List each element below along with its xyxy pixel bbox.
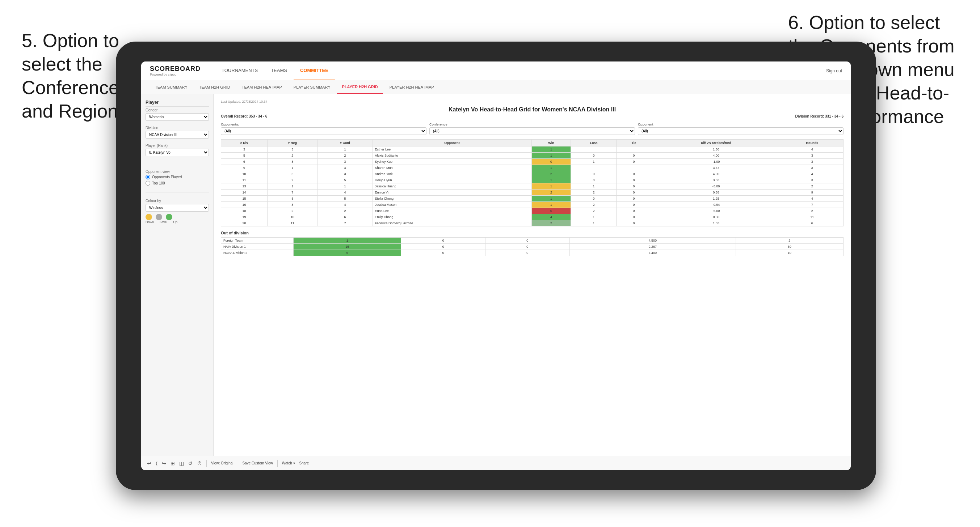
cell-win: 0 bbox=[531, 159, 571, 165]
toolbar-redo[interactable]: ↪ bbox=[162, 460, 166, 466]
radio-opponents-played[interactable]: Opponents Played bbox=[146, 175, 209, 179]
cell-tie: 0 bbox=[617, 220, 651, 226]
cell-loss bbox=[571, 165, 617, 171]
cell-div: 18 bbox=[221, 208, 267, 214]
toolbar-watch[interactable]: Watch ▾ bbox=[282, 461, 295, 465]
ood-cell-win: 5 bbox=[294, 250, 401, 256]
cell-diff: 1.25 bbox=[651, 196, 781, 202]
cell-loss: 0 bbox=[571, 177, 617, 183]
cell-win: 1 bbox=[531, 146, 571, 152]
col-header-win: Win bbox=[531, 140, 571, 146]
colour-label-down: Down bbox=[146, 220, 154, 224]
cell-rounds: 3 bbox=[781, 159, 843, 165]
cell-win: 4 bbox=[531, 214, 571, 220]
cell-conf: 5 bbox=[318, 196, 372, 202]
toolbar-save-custom[interactable]: Save Custom View bbox=[243, 461, 273, 465]
ood-cell-loss: 0 bbox=[401, 244, 485, 250]
toolbar-divider-1 bbox=[206, 460, 207, 467]
toolbar-undo[interactable]: ↩ bbox=[147, 460, 151, 466]
table-row: 10 6 3 Andrea York 2 0 0 4.00 4 bbox=[221, 171, 843, 177]
sub-nav-team-summary[interactable]: TEAM SUMMARY bbox=[150, 80, 192, 94]
col-header-conf: # Conf bbox=[318, 140, 372, 146]
table-row: 18 2 2 Euna Lee 0 2 0 -5.00 2 bbox=[221, 208, 843, 214]
cell-div: 19 bbox=[221, 214, 267, 220]
cell-reg: 2 bbox=[267, 152, 318, 159]
out-of-division-header: Out of division bbox=[221, 231, 843, 235]
conference-select[interactable]: (All) bbox=[430, 127, 635, 135]
nav-tournaments[interactable]: TOURNAMENTS bbox=[215, 62, 264, 80]
cell-div: 10 bbox=[221, 171, 267, 177]
cell-tie: 0 bbox=[617, 152, 651, 159]
radio-top-100[interactable]: Top 100 bbox=[146, 181, 209, 186]
cell-tie: 0 bbox=[617, 189, 651, 196]
cell-tie: 0 bbox=[617, 202, 651, 208]
player-rank-label: Player (Rank) bbox=[146, 144, 209, 148]
filter-row: Opponents: (All) Conference (All) Oppon bbox=[221, 122, 843, 135]
col-header-tie: Tie bbox=[617, 140, 651, 146]
ood-cell-rounds: 30 bbox=[736, 244, 843, 250]
sub-nav: TEAM SUMMARY TEAM H2H GRID TEAM H2H HEAT… bbox=[141, 80, 851, 94]
cell-reg: 10 bbox=[267, 214, 318, 220]
sub-nav-team-h2h-grid[interactable]: TEAM H2H GRID bbox=[194, 80, 235, 94]
gender-select[interactable]: Women's bbox=[146, 113, 209, 121]
tablet-screen: SCOREBOARD Powered by clippd TOURNAMENTS… bbox=[141, 62, 851, 470]
region-filter: Opponents: (All) bbox=[221, 122, 426, 135]
sub-nav-player-h2h-heatmap[interactable]: PLAYER H2H HEATMAP bbox=[385, 80, 439, 94]
top-nav: SCOREBOARD Powered by clippd TOURNAMENTS… bbox=[141, 62, 851, 80]
cell-diff: -0.94 bbox=[651, 202, 781, 208]
cell-rounds: 3 bbox=[781, 177, 843, 183]
cell-reg: 6 bbox=[267, 171, 318, 177]
cell-div: 13 bbox=[221, 183, 267, 189]
sub-nav-player-summary[interactable]: PLAYER SUMMARY bbox=[288, 80, 336, 94]
toolbar-back[interactable]: ⟨ bbox=[156, 460, 158, 466]
toolbar-share[interactable]: Share bbox=[299, 461, 309, 465]
opponent-select[interactable]: (All) bbox=[638, 127, 843, 135]
cell-win: 1 bbox=[531, 196, 571, 202]
cell-diff: -3.00 bbox=[651, 183, 781, 189]
ood-cell-name: Foreign Team bbox=[221, 238, 294, 244]
cell-tie: 0 bbox=[617, 171, 651, 177]
table-row: 20 11 7 Federica Domecq Lacroze 2 1 0 1.… bbox=[221, 220, 843, 226]
toolbar-grid[interactable]: ⊞ bbox=[170, 460, 175, 466]
cell-name: Eunice Yi bbox=[372, 189, 531, 196]
table-row: 11 2 5 Heejo Hyun 1 0 0 3.33 3 bbox=[221, 177, 843, 183]
colour-label-up: Up bbox=[173, 220, 178, 224]
cell-win: 2 bbox=[531, 220, 571, 226]
cell-loss: 1 bbox=[571, 183, 617, 189]
toolbar-timer[interactable]: ⏱ bbox=[197, 460, 202, 466]
nav-committee[interactable]: COMMITTEE bbox=[294, 62, 335, 80]
cell-tie bbox=[617, 146, 651, 152]
table-row: 14 7 4 Eunice Yi 2 2 0 0.38 9 bbox=[221, 189, 843, 196]
table-row: 15 8 5 Stella Cheng 1 0 0 1.25 4 bbox=[221, 196, 843, 202]
ood-cell-tie: 0 bbox=[485, 244, 570, 250]
cell-name: Emily Chang bbox=[372, 214, 531, 220]
sign-out[interactable]: Sign out bbox=[826, 68, 842, 73]
table-row: 16 3 4 Jessica Mason 1 2 0 -0.94 7 bbox=[221, 202, 843, 208]
cell-rounds: 4 bbox=[781, 146, 843, 152]
division-select[interactable]: NCAA Division III bbox=[146, 131, 209, 138]
cell-rounds: 9 bbox=[781, 189, 843, 196]
cell-conf: 2 bbox=[318, 152, 372, 159]
colour-by-select[interactable]: Win/loss bbox=[146, 204, 209, 211]
data-area: Last Updated: 27/03/2024 10:34 Katelyn V… bbox=[213, 94, 851, 456]
opponent-filter-label: Opponent bbox=[638, 122, 843, 126]
sub-nav-team-h2h-heatmap[interactable]: TEAM H2H HEATMAP bbox=[237, 80, 287, 94]
player-rank-select[interactable]: 8. Katelyn Vo bbox=[146, 149, 209, 156]
nav-teams[interactable]: TEAMS bbox=[264, 62, 294, 80]
sub-nav-player-h2h-grid[interactable]: PLAYER H2H GRID bbox=[337, 80, 383, 94]
table-row: 5 2 2 Alexis Sudijanto 1 0 0 4.00 3 bbox=[221, 152, 843, 159]
toolbar-refresh[interactable]: ↺ bbox=[188, 460, 192, 466]
cell-rounds: 2 bbox=[781, 208, 843, 214]
colour-label-level: Level bbox=[160, 220, 168, 224]
opponent-filter: Opponent (All) bbox=[638, 122, 843, 135]
cell-div: 6 bbox=[221, 159, 267, 165]
cell-rounds: 2 bbox=[781, 183, 843, 189]
colour-circle-down bbox=[146, 214, 152, 220]
cell-div: 3 bbox=[221, 146, 267, 152]
toolbar-split[interactable]: ◫ bbox=[179, 460, 184, 466]
toolbar-view-original[interactable]: View: Original bbox=[211, 461, 234, 465]
ood-cell-diff: 4.500 bbox=[570, 238, 736, 244]
cell-reg: 3 bbox=[267, 146, 318, 152]
table-row: 13 1 1 Jessica Huang 1 1 0 -3.00 2 bbox=[221, 183, 843, 189]
region-select[interactable]: (All) bbox=[221, 127, 426, 135]
